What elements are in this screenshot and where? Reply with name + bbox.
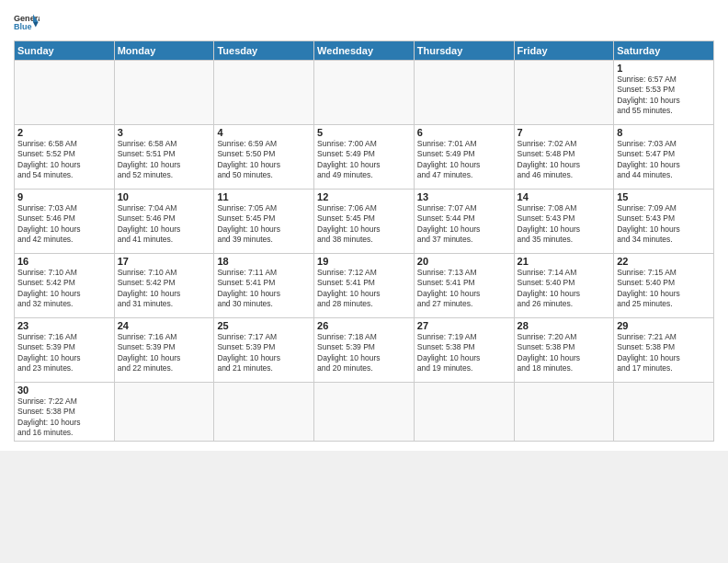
day-cell: 2Sunrise: 6:58 AM Sunset: 5:52 PM Daylig… [15,125,115,190]
day-cell: 17Sunrise: 7:10 AM Sunset: 5:42 PM Dayli… [114,254,214,318]
weekday-monday: Monday [114,41,214,61]
day-number: 4 [217,127,311,138]
day-info: Sunrise: 7:02 AM Sunset: 5:48 PM Dayligh… [518,139,611,181]
svg-text:Blue: Blue [14,22,32,31]
day-number: 9 [17,191,111,202]
day-number: 25 [217,320,311,331]
day-info: Sunrise: 7:17 AM Sunset: 5:39 PM Dayligh… [217,332,311,374]
day-info: Sunrise: 7:16 AM Sunset: 5:39 PM Dayligh… [118,332,211,374]
day-number: 26 [317,320,411,331]
calendar-table: SundayMondayTuesdayWednesdayThursdayFrid… [14,40,714,442]
day-info: Sunrise: 7:20 AM Sunset: 5:38 PM Dayligh… [518,332,611,374]
day-number: 3 [118,127,211,138]
day-number: 20 [417,256,511,267]
weekday-tuesday: Tuesday [214,41,314,61]
day-info: Sunrise: 7:03 AM Sunset: 5:46 PM Dayligh… [17,203,111,246]
day-info: Sunrise: 7:18 AM Sunset: 5:39 PM Dayligh… [317,332,411,374]
day-cell: 26Sunrise: 7:18 AM Sunset: 5:39 PM Dayli… [314,318,415,383]
day-info: Sunrise: 7:09 AM Sunset: 5:43 PM Dayligh… [617,203,711,246]
day-info: Sunrise: 7:14 AM Sunset: 5:40 PM Dayligh… [518,268,611,310]
day-cell: 22Sunrise: 7:15 AM Sunset: 5:40 PM Dayli… [614,254,714,318]
day-cell: 13Sunrise: 7:07 AM Sunset: 5:44 PM Dayli… [414,190,514,254]
day-cell: 5Sunrise: 7:00 AM Sunset: 5:49 PM Daylig… [314,125,415,190]
weekday-sunday: Sunday [15,41,115,61]
day-number: 8 [617,127,711,138]
day-info: Sunrise: 6:58 AM Sunset: 5:51 PM Dayligh… [118,139,211,181]
day-cell [414,61,514,125]
svg-marker-3 [33,22,39,28]
weekday-header-row: SundayMondayTuesdayWednesdayThursdayFrid… [15,41,714,61]
weekday-wednesday: Wednesday [314,41,415,61]
day-cell [15,61,115,125]
day-number: 21 [518,256,611,267]
day-info: Sunrise: 7:21 AM Sunset: 5:38 PM Dayligh… [617,332,711,374]
day-info: Sunrise: 7:01 AM Sunset: 5:49 PM Dayligh… [417,139,511,181]
day-cell [214,383,314,442]
weekday-thursday: Thursday [414,41,514,61]
day-number: 22 [617,256,711,267]
day-number: 12 [317,191,411,202]
day-cell: 1Sunrise: 6:57 AM Sunset: 5:53 PM Daylig… [614,61,714,125]
day-info: Sunrise: 7:10 AM Sunset: 5:42 PM Dayligh… [118,268,211,310]
day-info: Sunrise: 7:06 AM Sunset: 5:45 PM Dayligh… [317,203,411,246]
day-number: 1 [617,63,711,74]
day-number: 11 [217,191,311,202]
day-info: Sunrise: 7:15 AM Sunset: 5:40 PM Dayligh… [617,268,711,310]
day-cell: 4Sunrise: 6:59 AM Sunset: 5:50 PM Daylig… [214,125,314,190]
day-cell: 30Sunrise: 7:22 AM Sunset: 5:38 PM Dayli… [15,383,115,442]
day-cell: 11Sunrise: 7:05 AM Sunset: 5:45 PM Dayli… [214,190,314,254]
logo: General Blue [14,9,40,35]
day-number: 10 [118,191,211,202]
day-cell: 24Sunrise: 7:16 AM Sunset: 5:39 PM Dayli… [114,318,214,383]
day-cell: 3Sunrise: 6:58 AM Sunset: 5:51 PM Daylig… [114,125,214,190]
day-info: Sunrise: 7:19 AM Sunset: 5:38 PM Dayligh… [417,332,511,374]
day-cell: 14Sunrise: 7:08 AM Sunset: 5:43 PM Dayli… [514,190,614,254]
day-cell [114,61,214,125]
week-row-6: 30Sunrise: 7:22 AM Sunset: 5:38 PM Dayli… [15,383,714,442]
day-number: 29 [617,320,711,331]
day-info: Sunrise: 7:11 AM Sunset: 5:41 PM Dayligh… [217,268,311,310]
day-cell [214,61,314,125]
day-cell [614,383,714,442]
day-info: Sunrise: 6:59 AM Sunset: 5:50 PM Dayligh… [217,139,311,181]
day-info: Sunrise: 7:10 AM Sunset: 5:42 PM Dayligh… [17,268,111,310]
day-cell: 18Sunrise: 7:11 AM Sunset: 5:41 PM Dayli… [214,254,314,318]
day-number: 2 [17,127,111,138]
day-info: Sunrise: 6:58 AM Sunset: 5:52 PM Dayligh… [17,139,111,181]
day-number: 23 [17,320,111,331]
day-number: 6 [417,127,511,138]
day-cell [514,61,614,125]
day-number: 24 [118,320,211,331]
day-number: 28 [518,320,611,331]
day-cell: 10Sunrise: 7:04 AM Sunset: 5:46 PM Dayli… [114,190,214,254]
day-info: Sunrise: 7:13 AM Sunset: 5:41 PM Dayligh… [417,268,511,310]
week-row-4: 16Sunrise: 7:10 AM Sunset: 5:42 PM Dayli… [15,254,714,318]
day-info: Sunrise: 7:22 AM Sunset: 5:38 PM Dayligh… [17,396,111,439]
day-cell: 8Sunrise: 7:03 AM Sunset: 5:47 PM Daylig… [614,125,714,190]
day-info: Sunrise: 7:05 AM Sunset: 5:45 PM Dayligh… [217,203,311,246]
day-cell: 16Sunrise: 7:10 AM Sunset: 5:42 PM Dayli… [15,254,115,318]
day-cell: 12Sunrise: 7:06 AM Sunset: 5:45 PM Dayli… [314,190,415,254]
weekday-saturday: Saturday [614,41,714,61]
day-info: Sunrise: 7:12 AM Sunset: 5:41 PM Dayligh… [317,268,411,310]
day-info: Sunrise: 7:00 AM Sunset: 5:49 PM Dayligh… [317,139,411,181]
day-cell: 23Sunrise: 7:16 AM Sunset: 5:39 PM Dayli… [15,318,115,383]
day-cell: 7Sunrise: 7:02 AM Sunset: 5:48 PM Daylig… [514,125,614,190]
day-number: 18 [217,256,311,267]
day-cell: 19Sunrise: 7:12 AM Sunset: 5:41 PM Dayli… [314,254,415,318]
day-info: Sunrise: 7:16 AM Sunset: 5:39 PM Dayligh… [17,332,111,374]
day-info: Sunrise: 7:03 AM Sunset: 5:47 PM Dayligh… [617,139,711,181]
day-cell [114,383,214,442]
day-cell: 21Sunrise: 7:14 AM Sunset: 5:40 PM Dayli… [514,254,614,318]
day-cell [314,383,415,442]
day-cell [414,383,514,442]
day-info: Sunrise: 6:57 AM Sunset: 5:53 PM Dayligh… [617,75,711,117]
header: General Blue [14,9,714,35]
day-number: 15 [617,191,711,202]
day-info: Sunrise: 7:08 AM Sunset: 5:43 PM Dayligh… [518,203,611,246]
day-cell: 27Sunrise: 7:19 AM Sunset: 5:38 PM Dayli… [414,318,514,383]
day-cell: 20Sunrise: 7:13 AM Sunset: 5:41 PM Dayli… [414,254,514,318]
week-row-2: 2Sunrise: 6:58 AM Sunset: 5:52 PM Daylig… [15,125,714,190]
logo-icon: General Blue [14,9,40,35]
day-number: 16 [17,256,111,267]
